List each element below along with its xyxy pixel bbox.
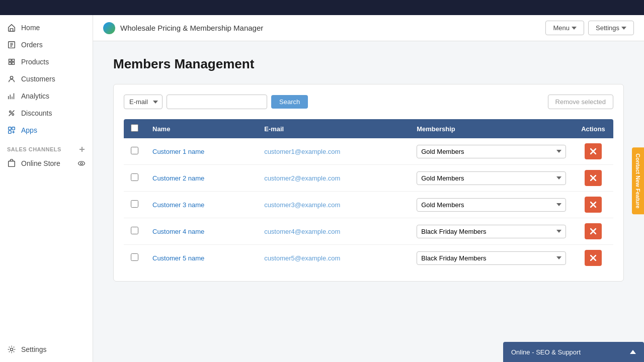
customer-email: customer1@example.com <box>264 148 340 155</box>
menu-button[interactable]: Menu <box>545 21 584 35</box>
th-email: E-mail <box>257 119 410 138</box>
settings-icon <box>7 345 16 354</box>
table-body: Customer 1 namecustomer1@example.comGold… <box>124 138 613 271</box>
app-logo <box>103 22 115 34</box>
chevron-up-icon <box>630 350 636 354</box>
support-label: Online - SEO & Support <box>511 348 581 356</box>
membership-cell: Gold MembersBlack Friday MembersSilver M… <box>410 165 573 192</box>
discounts-icon <box>7 109 16 118</box>
analytics-icon <box>7 92 16 101</box>
products-icon <box>7 57 16 66</box>
customer-name-cell: Customer 3 name <box>145 192 257 218</box>
apps-icon <box>7 126 16 135</box>
row-checkbox[interactable] <box>131 227 138 234</box>
customer-name-link[interactable]: Customer 3 name <box>152 201 204 209</box>
filter-select[interactable]: E-mail Name <box>124 95 163 109</box>
customer-name-link[interactable]: Customer 2 name <box>152 174 204 182</box>
sidebar-item-orders[interactable]: Orders <box>0 36 93 53</box>
sidebar-item-products[interactable]: Products <box>0 53 93 70</box>
membership-cell: Gold MembersBlack Friday MembersSilver M… <box>410 192 573 218</box>
customers-icon <box>7 74 16 83</box>
row-checkbox-cell <box>124 165 145 192</box>
svg-point-8 <box>78 161 85 165</box>
membership-select[interactable]: Gold MembersBlack Friday MembersSilver M… <box>417 171 566 185</box>
customer-name-link[interactable]: Customer 4 name <box>152 228 204 235</box>
settings-label: Settings <box>21 345 47 353</box>
table-row: Customer 5 namecustomer5@example.comGold… <box>124 245 613 272</box>
x-icon <box>590 255 596 261</box>
customer-name-link[interactable]: Customer 5 name <box>152 254 204 262</box>
customer-email: customer3@example.com <box>264 201 340 209</box>
top-bar <box>0 0 644 15</box>
sidebar-label-analytics: Analytics <box>21 92 49 100</box>
sidebar-label-orders: Orders <box>21 41 43 49</box>
home-icon <box>7 23 16 32</box>
feedback-tab-label: Contact New Feature <box>635 153 641 208</box>
membership-select[interactable]: Gold MembersBlack Friday MembersSilver M… <box>417 225 566 238</box>
add-sales-channel-icon[interactable] <box>78 146 86 153</box>
customer-email: customer2@example.com <box>264 174 340 182</box>
th-membership: Membership <box>410 119 573 138</box>
sidebar-item-online-store[interactable]: Online Store <box>0 155 93 172</box>
actions-cell <box>573 192 613 218</box>
sidebar-item-home[interactable]: Home <box>0 19 93 36</box>
sidebar-item-discounts[interactable]: Discounts <box>0 105 93 122</box>
delete-button[interactable] <box>585 143 602 159</box>
remove-selected-button[interactable]: Remove selected <box>548 95 613 109</box>
membership-cell: Gold MembersBlack Friday MembersSilver M… <box>410 218 573 245</box>
customer-name-cell: Customer 1 name <box>145 138 257 165</box>
eye-icon[interactable] <box>77 159 86 167</box>
row-checkbox-cell <box>124 245 145 272</box>
membership-select[interactable]: Gold MembersBlack Friday MembersSilver M… <box>417 251 566 265</box>
x-icon <box>590 228 596 234</box>
customer-name-link[interactable]: Customer 1 name <box>152 148 204 155</box>
x-icon <box>590 202 596 208</box>
svg-rect-6 <box>9 131 11 133</box>
table-row: Customer 3 namecustomer3@example.comGold… <box>124 192 613 218</box>
customer-email-cell: customer2@example.com <box>257 165 410 192</box>
th-actions: Actions <box>573 119 613 138</box>
x-icon <box>590 148 596 154</box>
delete-button[interactable] <box>585 223 602 239</box>
feedback-tab[interactable]: Contact New Feature <box>632 147 644 214</box>
delete-button[interactable] <box>585 170 602 186</box>
members-table: Name E-mail Membership Actions Customer … <box>124 119 613 271</box>
svg-point-3 <box>12 114 14 116</box>
search-button[interactable]: Search <box>271 95 308 109</box>
bottom-support-bar[interactable]: Online - SEO & Support <box>503 342 644 362</box>
delete-button[interactable] <box>585 250 602 266</box>
customer-email-cell: customer5@example.com <box>257 245 410 272</box>
sales-channels-label: SALES CHANNELS <box>0 139 93 155</box>
page-content: Members Management E-mail Name Search Re… <box>93 41 644 362</box>
settings-button[interactable]: Settings <box>588 21 634 35</box>
membership-select[interactable]: Gold MembersBlack Friday MembersSilver M… <box>417 198 566 212</box>
customer-name-cell: Customer 5 name <box>145 245 257 272</box>
sidebar-item-settings[interactable]: Settings <box>0 341 93 358</box>
search-input[interactable] <box>167 95 267 109</box>
online-store-label: Online Store <box>21 159 60 167</box>
page-title: Members Management <box>113 56 624 72</box>
row-checkbox[interactable] <box>131 147 138 154</box>
customer-email-cell: customer1@example.com <box>257 138 410 165</box>
svg-rect-5 <box>12 127 15 130</box>
sidebar-item-analytics[interactable]: Analytics <box>0 87 93 105</box>
sidebar-item-apps[interactable]: Apps <box>0 122 93 139</box>
membership-select[interactable]: Gold MembersBlack Friday MembersSilver M… <box>417 145 566 158</box>
delete-button[interactable] <box>585 197 602 213</box>
svg-rect-4 <box>9 127 11 130</box>
svg-point-1 <box>10 76 13 79</box>
row-checkbox[interactable] <box>131 253 138 261</box>
orders-icon <box>7 40 16 49</box>
row-checkbox-cell <box>124 192 145 218</box>
app-bar: Wholesale Pricing & Membership Manager M… <box>93 15 644 41</box>
membership-cell: Gold MembersBlack Friday MembersSilver M… <box>410 138 573 165</box>
row-checkbox[interactable] <box>131 200 138 208</box>
th-name: Name <box>145 119 257 138</box>
svg-point-10 <box>10 348 13 350</box>
sidebar-item-customers[interactable]: Customers <box>0 70 93 87</box>
row-checkbox[interactable] <box>131 173 138 181</box>
sidebar-label-products: Products <box>21 58 49 66</box>
table-header-row: Name E-mail Membership Actions <box>124 119 613 138</box>
actions-cell <box>573 218 613 245</box>
select-all-checkbox[interactable] <box>131 124 138 132</box>
